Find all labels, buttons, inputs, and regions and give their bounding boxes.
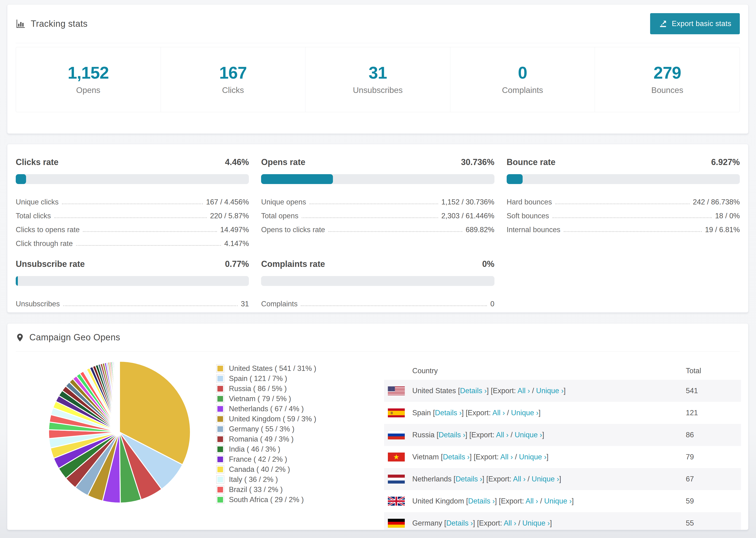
export-all-link[interactable]: All › <box>526 497 538 505</box>
export-unique-link[interactable]: Unique › <box>514 431 542 439</box>
geo-pie-legend: United States ( 541 / 31% ) Spain ( 121 … <box>216 363 316 505</box>
details-link[interactable]: Details › <box>435 409 462 417</box>
unsubscribe-rate-progressbar <box>16 276 249 286</box>
details-link[interactable]: Details › <box>443 453 469 461</box>
opens-rate-value: 30.736% <box>461 157 495 167</box>
total-value: 86 <box>686 431 741 439</box>
export-unique-link[interactable]: Unique › <box>531 475 559 483</box>
export-all-link[interactable]: All › <box>492 409 505 417</box>
table-row-spain: Spain [Details ›] [Export: All › / Uniqu… <box>384 402 741 424</box>
bounces-count: 279 <box>654 64 681 81</box>
geo-body: United States ( 541 / 31% ) Spain ( 121 … <box>7 351 748 530</box>
legend-item[interactable]: South Africa ( 29 / 2% ) <box>216 495 316 505</box>
table-row-netherlands: Netherlands [Details ›] [Export: All › /… <box>384 468 741 490</box>
united-states-flag-icon <box>388 386 405 395</box>
export-unique-link[interactable]: Unique › <box>522 519 550 527</box>
legend-item[interactable]: Romania ( 49 / 3% ) <box>216 434 316 444</box>
russia-flag-icon <box>388 430 405 439</box>
geo-table-header: Country Total <box>384 362 741 380</box>
pie-slice[interactable] <box>119 361 120 432</box>
export-all-link[interactable]: All › <box>517 387 530 395</box>
export-unique-link[interactable]: Unique › <box>511 409 539 417</box>
opens-rate-progress-fill <box>261 174 333 184</box>
total-value: 55 <box>686 519 741 527</box>
table-row-united-states: United States [Details ›] [Export: All ›… <box>384 380 741 402</box>
detail-row: Unique opens1,152 / 30.736% <box>261 192 494 206</box>
legend-item[interactable]: Vietnam ( 79 / 5% ) <box>216 394 316 404</box>
legend-item[interactable]: Canada ( 40 / 2% ) <box>216 464 316 474</box>
details-link[interactable]: Details › <box>468 497 495 505</box>
stat-bounces: 279 Bounces <box>595 47 739 112</box>
legend-item[interactable]: France ( 42 / 2% ) <box>216 454 316 464</box>
clicks-count: 167 <box>219 64 247 81</box>
clicks-rate-block: Clicks rate 4.46% Unique clicks167 / 4.4… <box>16 157 249 248</box>
united-kingdom-flag-icon <box>388 497 405 506</box>
bar-chart-icon <box>16 19 26 28</box>
details-link[interactable]: Details › <box>460 387 487 395</box>
legend-item[interactable]: Germany ( 55 / 3% ) <box>216 424 316 434</box>
summary-stats-row: 1,152 Opens 167 Clicks 31 Unsubscribes 0… <box>16 47 740 112</box>
opens-rate-progressbar <box>261 174 494 184</box>
legend-item[interactable]: Spain ( 121 / 7% ) <box>216 373 316 384</box>
total-value: 79 <box>686 453 741 461</box>
vietnam-flag-icon <box>388 453 405 461</box>
total-column-header: Total <box>686 367 741 375</box>
campaign-stats-page: { "colors": { "accent": "#0e87a3", "butt… <box>0 0 756 538</box>
detail-row: Opens to clicks rate689.82% <box>261 220 494 234</box>
detail-row: Hard bounces242 / 86.738% <box>507 192 740 206</box>
export-icon <box>659 19 668 28</box>
table-row-russia: Russia [Details ›] [Export: All › / Uniq… <box>384 424 741 446</box>
details-link[interactable]: Details › <box>439 431 465 439</box>
complaints-label: Complaints <box>502 85 543 95</box>
unsubscribe-rate-progress-fill <box>16 276 18 286</box>
legend-item[interactable]: Netherlands ( 67 / 4% ) <box>216 404 316 414</box>
detail-row: Soft bounces18 / 0% <box>507 206 740 220</box>
detail-row: Click through rate4.147% <box>16 234 249 248</box>
spain-flag-icon <box>388 408 405 417</box>
details-link[interactable]: Details › <box>446 519 473 527</box>
complaints-rate-progressbar <box>261 276 494 286</box>
geo-opens-table: Country Total United States [Details ›] … <box>384 362 741 530</box>
opens-label: Opens <box>76 85 100 95</box>
export-all-link[interactable]: All › <box>504 519 516 527</box>
detail-row: Total opens2,303 / 61.446% <box>261 206 494 220</box>
unsubscribe-rate-title: Unsubscribe rate <box>16 259 85 269</box>
stat-clicks: 167 Clicks <box>161 47 306 112</box>
bounce-rate-title: Bounce rate <box>507 157 556 167</box>
export-unique-link[interactable]: Unique › <box>544 497 572 505</box>
export-all-link[interactable]: All › <box>500 453 513 461</box>
total-value: 67 <box>686 475 741 483</box>
tracking-stats-header: Tracking stats Export basic stats <box>7 4 748 43</box>
clicks-rate-progress-fill <box>16 174 26 184</box>
stat-opens: 1,152 Opens <box>16 47 161 112</box>
detail-row: Unsubscribes31 <box>16 295 249 308</box>
legend-item[interactable]: United States ( 541 / 31% ) <box>216 363 316 373</box>
export-all-link[interactable]: All › <box>496 431 509 439</box>
opens-rate-block: Opens rate 30.736% Unique opens1,152 / 3… <box>261 157 494 248</box>
export-basic-stats-button[interactable]: Export basic stats <box>650 13 740 34</box>
legend-item[interactable]: Italy ( 36 / 2% ) <box>216 474 316 484</box>
export-unique-link[interactable]: Unique › <box>536 387 564 395</box>
detail-row: Total clicks220 / 5.87% <box>16 206 249 220</box>
clicks-rate-value: 4.46% <box>225 157 249 167</box>
details-link[interactable]: Details › <box>456 475 482 483</box>
country-column-header: Country <box>412 367 686 375</box>
export-all-link[interactable]: All › <box>513 475 525 483</box>
legend-item[interactable]: United Kingdom ( 59 / 3% ) <box>216 414 316 424</box>
detail-row: Internal bounces19 / 6.81% <box>507 220 740 234</box>
netherlands-flag-icon <box>388 475 405 484</box>
legend-item[interactable]: India ( 46 / 3% ) <box>216 444 316 454</box>
geo-pie-chart[interactable] <box>48 360 191 504</box>
stat-complaints: 0 Complaints <box>450 47 595 112</box>
bounce-rate-progress-fill <box>507 174 523 184</box>
legend-item[interactable]: Russia ( 86 / 5% ) <box>216 384 316 394</box>
geo-title: Campaign Geo Opens <box>29 332 120 343</box>
clicks-rate-progressbar <box>16 174 249 184</box>
bounce-rate-block: Bounce rate 6.927% Hard bounces242 / 86.… <box>507 157 740 248</box>
map-pin-icon <box>16 332 24 343</box>
export-unique-link[interactable]: Unique › <box>519 453 546 461</box>
table-row-united-kingdom: United Kingdom [Details ›] [Export: All … <box>384 490 741 512</box>
campaign-geo-opens-card: Campaign Geo Opens United States ( 541 /… <box>7 323 748 530</box>
legend-item[interactable]: Brazil ( 33 / 2% ) <box>216 484 316 495</box>
opens-count: 1,152 <box>68 64 109 81</box>
